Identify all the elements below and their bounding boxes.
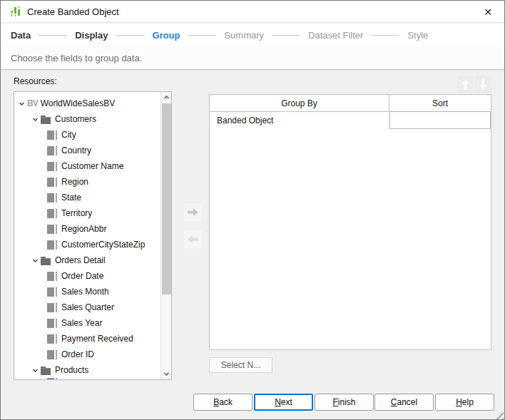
step-dataset-filter[interactable]: Dataset Filter xyxy=(308,30,363,41)
field-icon xyxy=(47,303,57,312)
help-button[interactable]: Help xyxy=(435,394,494,411)
chevron-down-icon[interactable] xyxy=(31,116,39,123)
resources-tree: BV WorldWideSalesBV Customers City Count… xyxy=(14,92,160,379)
subtitle-row: Choose the fields to group data. xyxy=(1,46,504,70)
tree-item-label: State xyxy=(61,193,81,203)
chevron-down-icon[interactable] xyxy=(31,367,39,374)
step-summary[interactable]: Summary xyxy=(224,30,264,41)
tree-item-label: CustomerCityStateZip xyxy=(61,240,145,250)
group-by-cell[interactable]: Banded Object xyxy=(210,112,389,129)
tree-item-label: Order ID xyxy=(61,349,94,359)
field-icon xyxy=(47,225,57,234)
move-up-button[interactable] xyxy=(457,76,474,93)
tree-item-label: Payment Received xyxy=(61,334,133,344)
tree-item-label: RegionAbbr xyxy=(61,224,106,234)
tree-item-field[interactable]: Sales Quarter xyxy=(14,299,160,315)
tree-item-folder[interactable]: Customers xyxy=(14,111,160,127)
close-icon[interactable]: ✕ xyxy=(479,4,497,21)
resources-tree-panel: BV WorldWideSalesBV Customers City Count… xyxy=(14,91,172,380)
tree-item-field[interactable]: Sales Month xyxy=(14,284,160,299)
tree-item-label: Customer Name xyxy=(61,161,123,171)
tree-item-field[interactable]: Region xyxy=(14,174,160,190)
step-display[interactable]: Display xyxy=(75,30,108,41)
field-icon xyxy=(47,334,57,344)
field-icon xyxy=(47,178,57,187)
tree-item-field[interactable]: Customer Name xyxy=(14,158,160,174)
sort-cell[interactable] xyxy=(389,111,491,129)
select-n-button[interactable]: Select N... xyxy=(209,357,272,373)
tree-item-field[interactable]: Payment Received xyxy=(14,331,160,347)
tree-item-label: City xyxy=(61,130,76,140)
tree-item-field[interactable]: Territory xyxy=(14,205,160,221)
tree-item-label: Region xyxy=(61,177,88,187)
scroll-up-icon[interactable] xyxy=(161,92,172,103)
cancel-button[interactable]: Cancel xyxy=(374,394,434,411)
move-down-button[interactable] xyxy=(475,76,491,93)
column-header-sort: Sort xyxy=(389,95,491,111)
remove-field-button[interactable] xyxy=(184,230,202,248)
tree-item-field[interactable]: Order Date xyxy=(14,268,160,284)
step-data[interactable]: Data xyxy=(11,30,31,41)
tree-item-label: Orders Detail xyxy=(55,255,106,265)
tree-item-field[interactable]: Country xyxy=(14,143,160,158)
field-icon xyxy=(47,287,57,297)
folder-icon xyxy=(41,116,51,123)
chevron-down-icon[interactable] xyxy=(18,100,26,108)
tree-item-field[interactable]: Order ID xyxy=(14,347,160,362)
tree-item-folder[interactable]: Orders Detail xyxy=(14,252,160,268)
wizard-step-bar: Data Display Group Summary Dataset Filte… xyxy=(1,24,504,46)
field-icon xyxy=(47,319,57,328)
step-connector xyxy=(272,35,300,36)
tree-item-field[interactable]: City xyxy=(14,127,160,143)
step-style[interactable]: Style xyxy=(407,30,428,41)
folder-icon xyxy=(41,367,51,374)
tree-item-label: Sales Month xyxy=(61,287,109,297)
title-bar: Create Banded Object ✕ xyxy=(1,1,504,23)
step-connector xyxy=(39,35,67,36)
table-row[interactable]: Banded Object xyxy=(210,112,491,129)
tree-item-label: Order Date xyxy=(61,271,103,281)
tree-scrollbar[interactable] xyxy=(160,92,171,379)
tree-item-business-view[interactable]: BV WorldWideSalesBV xyxy=(14,96,160,111)
field-icon xyxy=(47,209,57,218)
step-connector xyxy=(371,35,399,36)
tree-item-label: Territory xyxy=(61,208,92,218)
tree-item-folder[interactable]: Products xyxy=(14,362,160,378)
group-by-table: Group By Sort Banded Object xyxy=(209,94,491,350)
create-banded-object-dialog: Create Banded Object ✕ Data Display Grou… xyxy=(0,0,505,420)
field-icon xyxy=(47,146,57,155)
tree-item-field[interactable]: RegionAbbr xyxy=(14,221,160,237)
step-connector xyxy=(188,35,216,36)
tree-item-label: Customers xyxy=(55,114,96,124)
step-group[interactable]: Group xyxy=(152,30,180,41)
tree-item-label: Country xyxy=(61,145,91,155)
scrollbar-thumb[interactable] xyxy=(162,103,171,294)
scroll-down-icon[interactable] xyxy=(161,369,172,379)
tree-item-label: Products xyxy=(55,365,88,375)
resources-label: Resources: xyxy=(14,76,57,86)
field-icon xyxy=(47,240,57,250)
arrow-left-icon xyxy=(187,235,199,244)
finish-button[interactable]: Finish xyxy=(315,394,374,411)
tree-item-label: WorldWideSalesBV xyxy=(41,98,115,108)
add-field-button[interactable] xyxy=(184,203,202,221)
step-connector xyxy=(116,35,144,36)
field-icon xyxy=(47,130,57,140)
resize-grip[interactable] xyxy=(494,410,504,420)
field-icon xyxy=(47,272,57,281)
tree-item-field[interactable]: State xyxy=(14,190,160,205)
tree-item-field[interactable]: CustomerCityStateZip xyxy=(14,237,160,252)
business-view-icon: BV xyxy=(27,98,38,108)
table-header-row: Group By Sort xyxy=(210,95,491,112)
field-icon xyxy=(47,162,57,171)
dialog-title: Create Banded Object xyxy=(27,6,119,17)
banded-object-chart-icon xyxy=(10,6,21,17)
next-button[interactable]: Next xyxy=(254,394,313,411)
chevron-down-icon[interactable] xyxy=(31,257,39,265)
tree-item-field[interactable]: Sales Year xyxy=(14,315,160,331)
field-icon xyxy=(47,350,57,359)
back-button[interactable]: Back xyxy=(193,394,252,411)
arrow-right-icon xyxy=(187,208,199,217)
folder-icon xyxy=(41,257,51,265)
field-icon xyxy=(47,378,57,379)
